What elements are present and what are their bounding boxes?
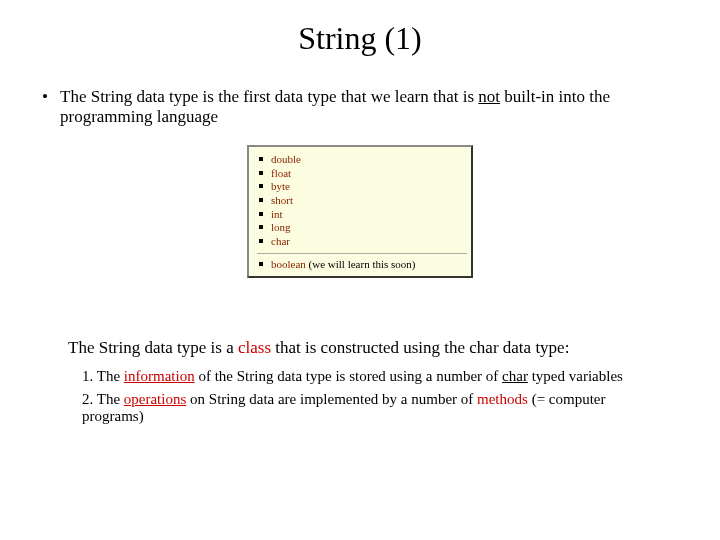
type-item: float <box>257 167 467 180</box>
types-list-boolean: boolean (we will learn this soon) <box>257 258 467 271</box>
followup-text: The String data type is a class that is … <box>68 338 650 358</box>
type-item: long <box>257 221 467 234</box>
types-list: double float byte short int long char <box>257 153 467 247</box>
numbered-item-2: 2. The operations on String data are imp… <box>82 391 630 425</box>
page-title: String (1) <box>30 20 690 57</box>
type-item: byte <box>257 180 467 193</box>
operations-word: operations <box>124 391 186 407</box>
type-item: short <box>257 194 467 207</box>
info-word: information <box>124 368 195 384</box>
followup-class: class <box>238 338 271 357</box>
slide: String (1) The String data type is the f… <box>0 0 720 445</box>
types-divider <box>257 253 467 254</box>
type-item: char <box>257 235 467 248</box>
type-item: int <box>257 208 467 221</box>
type-item-boolean: boolean (we will learn this soon) <box>257 258 467 271</box>
bullet-text-pre: The String data type is the first data t… <box>60 87 478 106</box>
bullet-not: not <box>478 87 500 106</box>
types-box: double float byte short int long char bo… <box>247 145 473 278</box>
numbered-item-1: 1. The information of the String data ty… <box>82 368 630 385</box>
char-word: char <box>502 368 528 384</box>
main-bullet: The String data type is the first data t… <box>60 87 660 127</box>
type-item: double <box>257 153 467 166</box>
methods-word: methods <box>477 391 528 407</box>
